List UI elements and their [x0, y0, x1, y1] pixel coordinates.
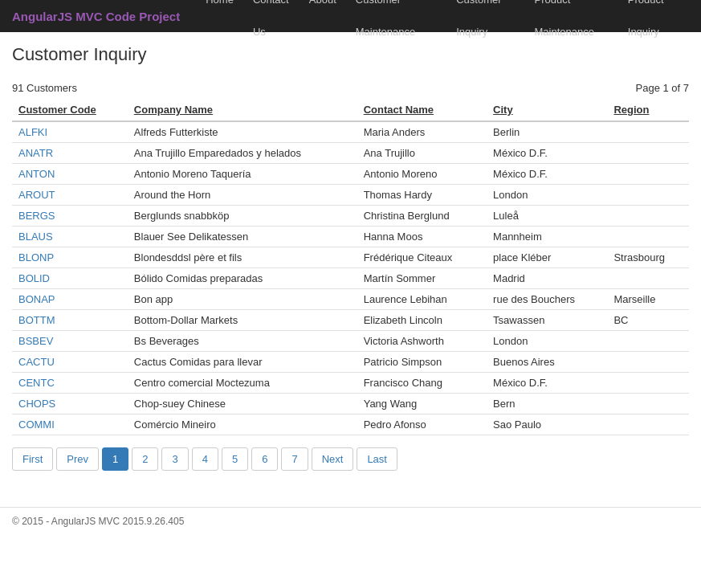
cell-customer-code: CACTU: [12, 352, 128, 373]
footer-text: © 2015 - AngularJS MVC 2015.9.26.405: [12, 516, 184, 527]
customer-code-link[interactable]: ANATR: [18, 147, 53, 159]
cell-contact-name: Antonio Moreno: [357, 164, 487, 185]
page-first[interactable]: First: [12, 447, 53, 471]
nav-customer-maintenance[interactable]: Customer Maintenance: [346, 0, 446, 48]
cell-city: Berlin: [487, 121, 607, 143]
cell-customer-code: BONAP: [12, 289, 128, 310]
cell-company-name: Ana Trujillo Emparedados y helados: [128, 143, 357, 164]
col-customer-code[interactable]: Customer Code: [12, 99, 128, 121]
table-row: BERGSBerglunds snabbköpChristina Berglun…: [12, 206, 689, 227]
cell-company-name: Around the Horn: [128, 185, 357, 206]
table-row: BSBEVBs BeveragesVictoria AshworthLondon: [12, 331, 689, 352]
page-7[interactable]: 7: [281, 447, 308, 471]
col-region[interactable]: Region: [607, 99, 689, 121]
page-1[interactable]: 1: [102, 447, 128, 471]
customer-code-link[interactable]: COMMI: [18, 419, 55, 431]
col-city[interactable]: City: [487, 99, 607, 121]
cell-contact-name: Patricio Simpson: [357, 352, 487, 373]
cell-region: [607, 394, 689, 414]
cell-company-name: Blondesddsl père et fils: [128, 247, 357, 268]
navbar-brand[interactable]: AngularJS MVC Code Project: [12, 10, 180, 23]
cell-customer-code: ALFKI: [12, 121, 128, 143]
customer-code-link[interactable]: CENTC: [18, 377, 55, 389]
cell-customer-code: BSBEV: [12, 331, 128, 352]
table-row: BLAUSBlauer See DelikatessenHanna MoosMa…: [12, 227, 689, 247]
table-row: BLONPBlondesddsl père et filsFrédérique …: [12, 247, 689, 268]
nav-customer-inquiry[interactable]: Customer Inquiry: [446, 0, 524, 48]
cell-region: [607, 331, 689, 352]
cell-region: [607, 164, 689, 185]
cell-customer-code: BLAUS: [12, 227, 128, 247]
page-info: Page 1 of 7: [636, 82, 690, 94]
page-content: Customer Inquiry 91 Customers Page 1 of …: [0, 32, 701, 483]
cell-city: rue des Bouchers: [487, 289, 607, 310]
cell-company-name: Berglunds snabbköp: [128, 206, 357, 227]
cell-contact-name: Thomas Hardy: [357, 185, 487, 206]
customer-code-link[interactable]: BOLID: [18, 272, 50, 284]
customer-code-link[interactable]: AROUT: [18, 189, 55, 201]
cell-city: London: [487, 331, 607, 352]
cell-city: Buenos Aires: [487, 352, 607, 373]
footer: © 2015 - AngularJS MVC 2015.9.26.405: [0, 507, 701, 535]
customer-code-link[interactable]: BONAP: [18, 293, 55, 305]
cell-customer-code: BOLID: [12, 268, 128, 289]
nav-about[interactable]: About: [300, 0, 346, 16]
cell-region: [607, 352, 689, 373]
cell-contact-name: Maria Anders: [357, 121, 487, 143]
cell-contact-name: Victoria Ashworth: [357, 331, 487, 352]
customer-code-link[interactable]: BLONP: [18, 251, 54, 263]
table-row: ALFKIAlfreds FutterkisteMaria AndersBerl…: [12, 121, 689, 143]
table-row: AROUTAround the HornThomas HardyLondon: [12, 185, 689, 206]
cell-region: [607, 373, 689, 394]
cell-city: place Kléber: [487, 247, 607, 268]
cell-region: [607, 227, 689, 247]
table-row: COMMIComércio MineiroPedro AfonsoSao Pau…: [12, 414, 689, 435]
col-company-name[interactable]: Company Name: [128, 99, 357, 121]
cell-customer-code: COMMI: [12, 414, 128, 435]
page-prev[interactable]: Prev: [56, 447, 99, 471]
cell-customer-code: AROUT: [12, 185, 128, 206]
customer-code-link[interactable]: BSBEV: [18, 335, 53, 347]
page-last[interactable]: Last: [357, 447, 397, 471]
cell-region: [607, 185, 689, 206]
cell-company-name: Bottom-Dollar Markets: [128, 310, 357, 331]
cell-region: Strasbourg: [607, 247, 689, 268]
page-6[interactable]: 6: [251, 447, 278, 471]
table-row: BONAPBon appLaurence Lebihanrue des Bouc…: [12, 289, 689, 310]
customer-code-link[interactable]: CHOPS: [18, 398, 55, 410]
cell-city: México D.F.: [487, 373, 607, 394]
cell-city: Bern: [487, 394, 607, 414]
cell-region: [607, 414, 689, 435]
cell-company-name: Centro comercial Moctezuma: [128, 373, 357, 394]
cell-contact-name: Martín Sommer: [357, 268, 487, 289]
navbar: AngularJS MVC Code Project HomeContact U…: [0, 0, 701, 32]
customer-code-link[interactable]: ALFKI: [18, 126, 47, 138]
customer-code-link[interactable]: BERGS: [18, 210, 55, 222]
cell-contact-name: Yang Wang: [357, 394, 487, 414]
cell-region: Marseille: [607, 289, 689, 310]
cell-contact-name: Elizabeth Lincoln: [357, 310, 487, 331]
page-2[interactable]: 2: [132, 447, 158, 471]
nav-home[interactable]: Home: [196, 0, 243, 16]
customer-code-link[interactable]: CACTU: [18, 356, 55, 368]
cell-contact-name: Pedro Afonso: [357, 414, 487, 435]
table-row: CHOPSChop-suey ChineseYang WangBern: [12, 394, 689, 414]
nav-contact-us[interactable]: Contact Us: [243, 0, 300, 48]
page-5[interactable]: 5: [222, 447, 248, 471]
customer-code-link[interactable]: BLAUS: [18, 231, 53, 243]
total-customers: 91 Customers: [12, 82, 77, 94]
cell-customer-code: CHOPS: [12, 394, 128, 414]
nav-product-maintenance[interactable]: Product Maintenance: [525, 0, 618, 48]
cell-region: [607, 268, 689, 289]
cell-contact-name: Hanna Moos: [357, 227, 487, 247]
page-3[interactable]: 3: [161, 447, 188, 471]
cell-city: London: [487, 185, 607, 206]
col-contact-name[interactable]: Contact Name: [357, 99, 487, 121]
page-4[interactable]: 4: [192, 447, 218, 471]
customer-code-link[interactable]: ANTON: [18, 168, 55, 180]
page-next[interactable]: Next: [312, 447, 354, 471]
info-bar: 91 Customers Page 1 of 7: [12, 77, 689, 99]
customer-code-link[interactable]: BOTTM: [18, 314, 55, 326]
nav-product-inquiry[interactable]: Product Inquiry: [618, 0, 689, 48]
cell-customer-code: BLONP: [12, 247, 128, 268]
